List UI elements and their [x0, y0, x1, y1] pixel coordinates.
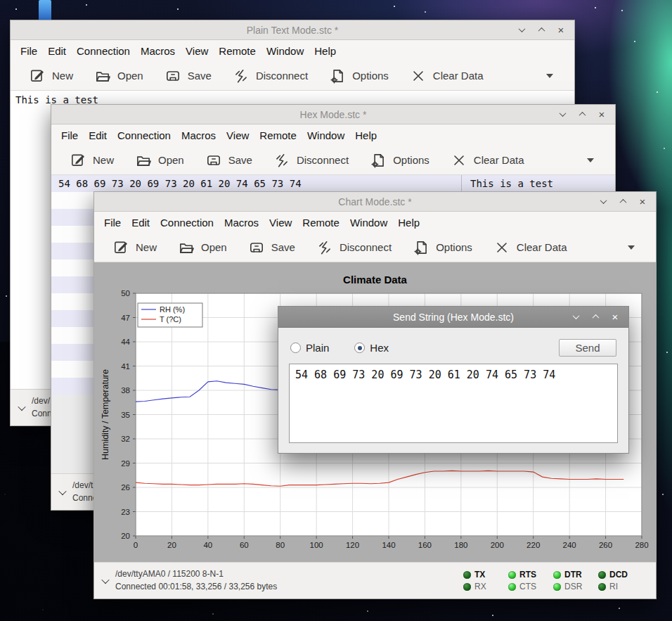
toolbar-button-options[interactable]: Options: [329, 68, 389, 84]
titlebar[interactable]: Chart Mode.stc * ×: [94, 192, 656, 212]
toolbar-button-open[interactable]: Open: [178, 239, 227, 256]
svg-text:200: 200: [491, 541, 504, 549]
menu-view[interactable]: View: [226, 129, 249, 141]
close-icon[interactable]: ×: [610, 312, 620, 322]
window-title: Plain Text Mode.stc *: [247, 25, 338, 36]
open-folder-icon: [178, 239, 195, 256]
new-document-icon: [70, 152, 86, 169]
toolbar-button-options[interactable]: Options: [413, 239, 472, 256]
menu-bar: FileEditConnectionMacrosViewRemoteWindow…: [51, 124, 615, 146]
toolbar-overflow-icon[interactable]: [587, 158, 594, 162]
toolbar-button-clear-data[interactable]: Clear Data: [410, 68, 484, 84]
svg-text:32: 32: [121, 435, 130, 443]
toolbar-button-disconnect[interactable]: Disconnect: [233, 68, 308, 84]
toolbar-label: Clear Data: [517, 241, 567, 253]
toolbar-button-disconnect[interactable]: Disconnect: [316, 239, 392, 256]
toolbar-button-disconnect[interactable]: Disconnect: [273, 152, 349, 169]
menu-view[interactable]: View: [186, 45, 208, 57]
maximize-icon[interactable]: [536, 25, 546, 35]
menu-edit[interactable]: Edit: [89, 129, 107, 141]
svg-text:50: 50: [121, 290, 130, 297]
titlebar[interactable]: Send String (Hex Mode.stc) ×: [278, 307, 628, 328]
disconnect-icon: [233, 68, 250, 84]
toolbar: NewOpenSaveDisconnectOptionsClear Data: [51, 146, 615, 175]
toolbar-button-open[interactable]: Open: [94, 68, 143, 84]
menu-connection[interactable]: Connection: [160, 217, 214, 229]
save-icon: [164, 68, 181, 84]
toolbar-button-open[interactable]: Open: [135, 152, 184, 169]
menu-file[interactable]: File: [20, 45, 37, 57]
toolbar-label: Clear Data: [474, 154, 524, 166]
minimize-icon[interactable]: [557, 110, 567, 120]
radio-plain[interactable]: Plain: [290, 342, 329, 354]
menu-file[interactable]: File: [61, 129, 78, 141]
menu-remote[interactable]: Remote: [302, 217, 340, 229]
led-indicator-icon: [598, 571, 606, 579]
dialog-title: Send String (Hex Mode.stc): [393, 312, 514, 323]
menu-help[interactable]: Help: [398, 217, 420, 229]
maximize-icon[interactable]: [618, 197, 628, 207]
minimize-icon[interactable]: [598, 197, 608, 207]
send-button[interactable]: Send: [559, 339, 616, 357]
toolbar-label: Save: [188, 70, 212, 82]
menu-connection[interactable]: Connection: [77, 45, 130, 57]
toolbar: NewOpenSaveDisconnectOptionsClear Data: [94, 233, 656, 262]
close-icon[interactable]: ×: [556, 25, 566, 35]
menu-edit[interactable]: Edit: [48, 45, 66, 57]
menu-help[interactable]: Help: [355, 129, 377, 141]
menu-window[interactable]: Window: [266, 45, 304, 57]
menu-remote[interactable]: Remote: [259, 129, 297, 141]
chart-title: Climate Data: [94, 262, 656, 290]
new-document-icon: [112, 239, 129, 256]
toolbar-button-options[interactable]: Options: [370, 152, 429, 169]
toolbar-button-clear-data[interactable]: Clear Data: [493, 239, 567, 256]
minimize-icon[interactable]: [571, 312, 581, 322]
titlebar[interactable]: Hex Mode.stc * ×: [51, 105, 615, 124]
toolbar-button-save[interactable]: Save: [248, 239, 295, 256]
toolbar-button-save[interactable]: Save: [164, 68, 212, 84]
hex-row[interactable]: 54 68 69 73 20 69 73 20 61 20 74 65 73 7…: [51, 175, 615, 192]
menu-connection[interactable]: Connection: [117, 129, 171, 141]
led-label: DTR: [564, 570, 582, 580]
menu-window[interactable]: Window: [307, 129, 344, 141]
maximize-icon[interactable]: [590, 312, 600, 322]
titlebar[interactable]: Plain Text Mode.stc * ×: [11, 20, 574, 40]
close-icon[interactable]: ×: [597, 110, 607, 120]
menu-file[interactable]: File: [104, 217, 121, 229]
led-label: DCD: [609, 570, 628, 580]
toolbar-button-new[interactable]: New: [29, 68, 73, 84]
menu-macros[interactable]: Macros: [181, 129, 216, 141]
menu-edit[interactable]: Edit: [131, 217, 150, 229]
svg-text:0: 0: [134, 541, 138, 549]
menu-view[interactable]: View: [269, 217, 292, 229]
menu-help[interactable]: Help: [314, 45, 336, 57]
toolbar-button-new[interactable]: New: [70, 152, 114, 169]
maximize-icon[interactable]: [577, 110, 587, 120]
menu-macros[interactable]: Macros: [141, 45, 175, 57]
chevron-down-icon[interactable]: [18, 402, 25, 410]
status-text: /dev/ttyAMA0 / 115200 8-N-1 Connected 00…: [115, 568, 277, 593]
send-text-input[interactable]: 54 68 69 73 20 69 73 20 61 20 74 65 73 7…: [289, 364, 618, 443]
toolbar-button-clear-data[interactable]: Clear Data: [451, 152, 524, 169]
toolbar-overflow-icon[interactable]: [628, 245, 635, 250]
led-dtr: DTR: [553, 570, 586, 580]
toolbar-button-save[interactable]: Save: [205, 152, 252, 169]
menu-remote[interactable]: Remote: [219, 45, 256, 57]
window-controls: ×: [598, 192, 647, 211]
menu-macros[interactable]: Macros: [224, 217, 259, 229]
svg-text:120: 120: [346, 541, 359, 549]
menu-window[interactable]: Window: [350, 217, 387, 229]
minimize-icon[interactable]: [517, 25, 526, 35]
radio-hex[interactable]: Hex: [354, 342, 389, 354]
toolbar-overflow-icon[interactable]: [546, 74, 553, 78]
toolbar-label: Disconnect: [256, 70, 308, 82]
chevron-down-icon[interactable]: [58, 487, 66, 494]
chevron-down-icon[interactable]: [101, 575, 109, 583]
svg-text:80: 80: [276, 541, 285, 549]
options-icon: [413, 239, 429, 256]
toolbar-button-new[interactable]: New: [112, 239, 157, 256]
svg-text:T (?C): T (?C): [160, 315, 181, 324]
led-label: TX: [474, 570, 485, 580]
led-label: CTS: [519, 582, 536, 591]
close-icon[interactable]: ×: [638, 197, 647, 207]
